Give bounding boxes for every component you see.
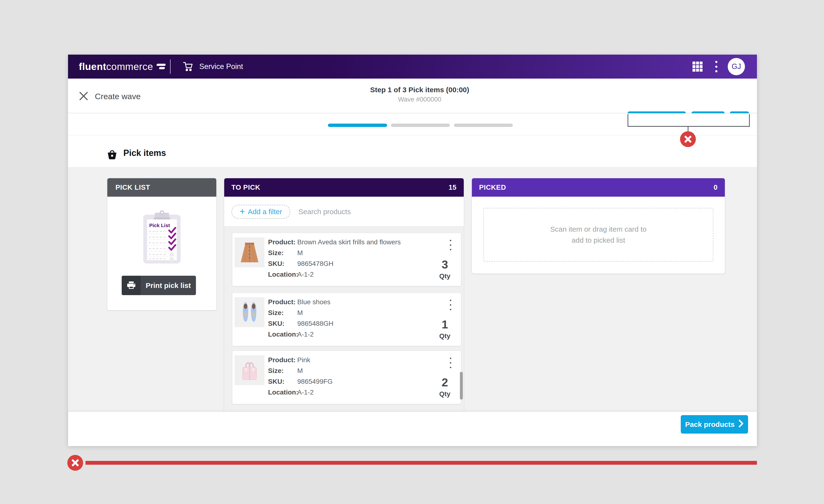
brand-logo-regular: commerce bbox=[106, 61, 153, 72]
annotation-bracket-bottom bbox=[628, 126, 750, 127]
to-pick-count-badge: 15 bbox=[449, 184, 456, 191]
location-label: Location: bbox=[268, 271, 297, 278]
to-pick-panel-title: TO PICK bbox=[231, 184, 261, 191]
filter-row: + Add a filter bbox=[224, 197, 464, 227]
to-pick-panel: TO PICK 15 + Add a filter bbox=[224, 178, 464, 412]
avatar[interactable]: GJ bbox=[728, 58, 745, 75]
qty-label: Qty bbox=[434, 390, 455, 398]
card-kebab-menu-icon[interactable] bbox=[449, 358, 452, 368]
annotation-error-icon bbox=[67, 455, 83, 471]
card-kebab-menu-icon[interactable] bbox=[449, 300, 452, 310]
picked-count-badge: 0 bbox=[714, 184, 718, 191]
to-pick-panel-header: TO PICK 15 bbox=[224, 178, 464, 197]
sku-value: 9865488GH bbox=[297, 320, 333, 327]
annotation-red-line bbox=[86, 461, 757, 465]
page-title: Create wave bbox=[95, 92, 140, 101]
wizard-header: Create wave Step 1 of 3 Pick items (00:0… bbox=[68, 79, 757, 113]
shopping-cart-icon bbox=[183, 61, 194, 73]
size-value: M bbox=[297, 367, 303, 375]
wave-reference: Wave #000000 bbox=[348, 96, 492, 103]
product-value: Pink bbox=[297, 356, 310, 364]
size-value: M bbox=[297, 249, 303, 257]
location-value: A-1-2 bbox=[297, 271, 314, 278]
progress-step-2 bbox=[391, 124, 450, 127]
picked-dropzone[interactable]: Scan item or drag item card to add to pi… bbox=[483, 208, 713, 262]
section-title: Pick items bbox=[123, 148, 166, 158]
picked-panel: PICKED 0 Scan item or drag item card to … bbox=[472, 178, 725, 274]
footer-bar: Pack products bbox=[68, 412, 757, 446]
size-value: M bbox=[297, 309, 303, 317]
progress-step-3 bbox=[454, 124, 513, 127]
add-filter-chip[interactable]: + Add a filter bbox=[231, 205, 290, 219]
product-image-handbag bbox=[234, 355, 265, 385]
step-title: Step 1 of 3 Pick items (00:00) bbox=[348, 86, 492, 94]
app-name: Service Point bbox=[199, 55, 243, 79]
qty-value: 2 bbox=[434, 376, 455, 389]
print-pick-list-panel-label: Print pick list bbox=[140, 276, 196, 295]
sku-label: SKU: bbox=[268, 378, 297, 385]
product-label: Product: bbox=[268, 238, 297, 246]
step-indicator: Step 1 of 3 Pick items (00:00) Wave #000… bbox=[348, 79, 492, 113]
location-value: A-1-2 bbox=[297, 389, 314, 396]
product-label: Product: bbox=[268, 356, 297, 364]
printer-icon bbox=[122, 276, 140, 295]
annotation-bracket-left bbox=[628, 114, 628, 127]
close-x-icon[interactable] bbox=[79, 91, 89, 101]
qty-label: Qty bbox=[434, 272, 455, 280]
dropzone-hint-line2: add to picked list bbox=[572, 235, 625, 246]
pack-products-label: Pack products bbox=[685, 420, 735, 428]
qty-value: 3 bbox=[434, 258, 455, 271]
scrollbar-thumb[interactable] bbox=[460, 372, 463, 400]
apps-grid-icon[interactable] bbox=[693, 62, 703, 72]
app-window: fluentcommerce Service Point bbox=[68, 55, 757, 446]
progress-indicator bbox=[68, 113, 757, 135]
pick-list-panel-title: PICK LIST bbox=[115, 184, 150, 191]
product-value: Blue shoes bbox=[297, 298, 330, 306]
section-title-band: Pick items bbox=[68, 135, 757, 167]
brand-logo-bold: fluent bbox=[79, 61, 106, 72]
sku-label: SKU: bbox=[268, 320, 297, 327]
sku-label: SKU: bbox=[268, 260, 297, 268]
product-image-shoes bbox=[234, 297, 265, 327]
product-card[interactable]: Product: Brown Aveda skirt frills and fl… bbox=[232, 233, 461, 286]
product-label: Product: bbox=[268, 298, 297, 306]
annotation-error-icon bbox=[680, 131, 696, 147]
pick-list-illustration: Pick List bbox=[143, 209, 181, 266]
product-card[interactable]: Product: Blue shoes Size: M SKU: 9865488… bbox=[232, 293, 461, 346]
sku-value: 9865478GH bbox=[297, 260, 333, 268]
fluent-bars-icon bbox=[155, 64, 166, 71]
annotation-bracket-right bbox=[749, 114, 750, 127]
add-filter-label: Add a filter bbox=[248, 208, 282, 216]
pick-list-panel-header: PICK LIST bbox=[107, 178, 216, 197]
progress-step-1-active bbox=[328, 124, 387, 127]
size-label: Size: bbox=[268, 309, 297, 317]
product-value: Brown Aveda skirt frills and flowers bbox=[297, 238, 401, 246]
size-label: Size: bbox=[268, 249, 297, 257]
sku-value: 9865499FG bbox=[297, 378, 333, 385]
pick-basket-icon bbox=[106, 148, 118, 162]
dropzone-hint-line1: Scan item or drag item card to bbox=[550, 224, 646, 235]
kebab-menu-icon[interactable] bbox=[714, 61, 719, 72]
card-kebab-menu-icon[interactable] bbox=[449, 240, 452, 250]
pick-list-panel: PICK LIST Pick List bbox=[107, 178, 216, 310]
picked-panel-title: PICKED bbox=[479, 184, 506, 191]
location-label: Location: bbox=[268, 389, 297, 396]
product-card[interactable]: Product: Pink Size: M SKU: 9865499FG Loc… bbox=[232, 351, 461, 404]
print-pick-list-panel-button[interactable]: Print pick list bbox=[122, 276, 196, 295]
picked-panel-header: PICKED 0 bbox=[472, 178, 725, 197]
location-value: A-1-2 bbox=[297, 330, 314, 338]
qty-value: 1 bbox=[434, 318, 455, 331]
location-label: Location: bbox=[268, 330, 297, 338]
product-image-skirt bbox=[234, 237, 265, 267]
top-navigation-bar: fluentcommerce Service Point bbox=[68, 55, 757, 79]
chevron-right-icon bbox=[738, 419, 744, 429]
topbar-divider bbox=[170, 60, 171, 74]
svg-text:Pick List: Pick List bbox=[149, 222, 170, 228]
size-label: Size: bbox=[268, 367, 297, 375]
brand-logo: fluentcommerce bbox=[79, 55, 166, 79]
search-products-input[interactable] bbox=[298, 205, 399, 219]
pack-products-button[interactable]: Pack products bbox=[681, 415, 748, 433]
qty-label: Qty bbox=[434, 332, 455, 340]
avatar-initials: GJ bbox=[732, 62, 741, 71]
plus-icon: + bbox=[239, 207, 245, 216]
